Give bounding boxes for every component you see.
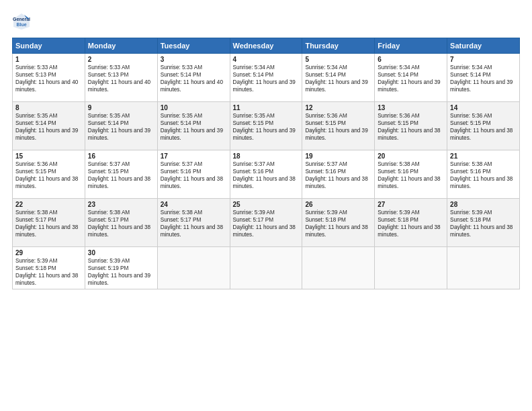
week-row-3: 15 Sunrise: 5:36 AMSunset: 5:15 PMDaylig… [13,150,520,199]
day-number: 19 [305,152,371,160]
day-number: 6 [378,56,444,63]
calendar-cell: 28 Sunrise: 5:39 AMSunset: 5:18 PMDaylig… [447,199,520,247]
day-number: 12 [305,104,371,111]
cell-info: Sunrise: 5:38 AMSunset: 5:17 PMDaylight:… [15,210,78,238]
day-number: 30 [88,249,154,257]
weekday-header-saturday: Saturday [447,38,520,54]
cell-info: Sunrise: 5:39 AMSunset: 5:19 PMDaylight:… [88,258,150,286]
day-number: 16 [88,152,154,160]
calendar-cell [157,247,230,289]
cell-info: Sunrise: 5:37 AMSunset: 5:16 PMDaylight:… [233,161,296,189]
calendar-cell: 18 Sunrise: 5:37 AMSunset: 5:16 PMDaylig… [230,150,302,199]
cell-info: Sunrise: 5:34 AMSunset: 5:14 PMDaylight:… [450,64,513,93]
cell-info: Sunrise: 5:34 AMSunset: 5:14 PMDaylight:… [233,64,296,93]
calendar-cell: 12 Sunrise: 5:36 AMSunset: 5:15 PMDaylig… [302,102,375,150]
weekday-header-sunday: Sunday [13,38,85,54]
calendar-cell: 27 Sunrise: 5:39 AMSunset: 5:18 PMDaylig… [375,199,447,247]
day-number: 21 [450,152,517,160]
calendar-cell: 23 Sunrise: 5:38 AMSunset: 5:17 PMDaylig… [85,199,157,247]
cell-info: Sunrise: 5:35 AMSunset: 5:15 PMDaylight:… [233,113,296,141]
day-number: 18 [233,152,300,160]
calendar-cell: 5 Sunrise: 5:34 AMSunset: 5:14 PMDayligh… [302,54,375,102]
header: General Blue [12,12,520,31]
day-number: 3 [161,56,227,63]
cell-info: Sunrise: 5:36 AMSunset: 5:15 PMDaylight:… [305,113,367,141]
day-number: 22 [15,201,82,208]
logo-icon: General Blue [12,12,31,31]
weekday-header-friday: Friday [375,38,447,54]
calendar-cell: 9 Sunrise: 5:35 AMSunset: 5:14 PMDayligh… [85,102,157,150]
day-number: 28 [450,201,517,208]
page: General Blue SundayMondayTuesdayWednesda… [0,0,532,411]
cell-info: Sunrise: 5:37 AMSunset: 5:16 PMDaylight:… [161,161,223,189]
weekday-header-thursday: Thursday [302,38,375,54]
calendar-cell: 6 Sunrise: 5:34 AMSunset: 5:14 PMDayligh… [375,54,447,102]
cell-info: Sunrise: 5:38 AMSunset: 5:16 PMDaylight:… [450,161,513,189]
day-number: 15 [15,152,82,160]
day-number: 9 [88,104,154,111]
calendar-cell: 13 Sunrise: 5:36 AMSunset: 5:15 PMDaylig… [375,102,447,150]
week-row-5: 29 Sunrise: 5:39 AMSunset: 5:18 PMDaylig… [13,247,520,289]
cell-info: Sunrise: 5:38 AMSunset: 5:16 PMDaylight:… [378,161,440,189]
week-row-4: 22 Sunrise: 5:38 AMSunset: 5:17 PMDaylig… [13,199,520,247]
calendar-cell: 17 Sunrise: 5:37 AMSunset: 5:16 PMDaylig… [157,150,230,199]
calendar-cell [375,247,447,289]
cell-info: Sunrise: 5:35 AMSunset: 5:14 PMDaylight:… [161,113,223,141]
day-number: 7 [450,56,517,63]
weekday-header-monday: Monday [85,38,157,54]
day-number: 8 [15,104,82,111]
week-row-1: 1 Sunrise: 5:33 AMSunset: 5:13 PMDayligh… [13,54,520,102]
calendar-table: SundayMondayTuesdayWednesdayThursdayFrid… [12,38,520,289]
calendar-cell: 11 Sunrise: 5:35 AMSunset: 5:15 PMDaylig… [230,102,302,150]
calendar-cell: 21 Sunrise: 5:38 AMSunset: 5:16 PMDaylig… [447,150,520,199]
day-number: 17 [161,152,227,160]
calendar-cell: 1 Sunrise: 5:33 AMSunset: 5:13 PMDayligh… [13,54,85,102]
cell-info: Sunrise: 5:36 AMSunset: 5:15 PMDaylight:… [15,161,78,189]
calendar-cell: 29 Sunrise: 5:39 AMSunset: 5:18 PMDaylig… [13,247,85,289]
calendar-cell: 7 Sunrise: 5:34 AMSunset: 5:14 PMDayligh… [447,54,520,102]
calendar-cell: 4 Sunrise: 5:34 AMSunset: 5:14 PMDayligh… [230,54,302,102]
cell-info: Sunrise: 5:39 AMSunset: 5:18 PMDaylight:… [378,210,440,238]
day-number: 11 [233,104,300,111]
calendar-cell: 25 Sunrise: 5:39 AMSunset: 5:17 PMDaylig… [230,199,302,247]
weekday-header-row: SundayMondayTuesdayWednesdayThursdayFrid… [13,38,520,54]
calendar-cell: 3 Sunrise: 5:33 AMSunset: 5:14 PMDayligh… [157,54,230,102]
day-number: 13 [378,104,444,111]
day-number: 2 [88,56,154,63]
day-number: 24 [161,201,227,208]
calendar-cell [447,247,520,289]
calendar-cell: 2 Sunrise: 5:33 AMSunset: 5:13 PMDayligh… [85,54,157,102]
cell-info: Sunrise: 5:35 AMSunset: 5:14 PMDaylight:… [88,113,150,141]
cell-info: Sunrise: 5:33 AMSunset: 5:13 PMDaylight:… [15,64,78,93]
week-row-2: 8 Sunrise: 5:35 AMSunset: 5:14 PMDayligh… [13,102,520,150]
calendar-cell: 19 Sunrise: 5:37 AMSunset: 5:16 PMDaylig… [302,150,375,199]
calendar-cell: 20 Sunrise: 5:38 AMSunset: 5:16 PMDaylig… [375,150,447,199]
cell-info: Sunrise: 5:37 AMSunset: 5:16 PMDaylight:… [305,161,367,189]
calendar-cell: 16 Sunrise: 5:37 AMSunset: 5:15 PMDaylig… [85,150,157,199]
calendar-cell [302,247,375,289]
cell-info: Sunrise: 5:38 AMSunset: 5:17 PMDaylight:… [161,210,223,238]
day-number: 27 [378,201,444,208]
cell-info: Sunrise: 5:39 AMSunset: 5:17 PMDaylight:… [233,210,296,238]
calendar-cell: 14 Sunrise: 5:36 AMSunset: 5:15 PMDaylig… [447,102,520,150]
calendar-cell: 22 Sunrise: 5:38 AMSunset: 5:17 PMDaylig… [13,199,85,247]
day-number: 29 [15,249,82,257]
calendar-cell: 26 Sunrise: 5:39 AMSunset: 5:18 PMDaylig… [302,199,375,247]
calendar-cell: 10 Sunrise: 5:35 AMSunset: 5:14 PMDaylig… [157,102,230,150]
cell-info: Sunrise: 5:38 AMSunset: 5:17 PMDaylight:… [88,210,150,238]
cell-info: Sunrise: 5:37 AMSunset: 5:15 PMDaylight:… [88,161,150,189]
weekday-header-wednesday: Wednesday [230,38,302,54]
day-number: 1 [15,56,82,63]
svg-text:Blue: Blue [16,22,26,27]
cell-info: Sunrise: 5:39 AMSunset: 5:18 PMDaylight:… [450,210,513,238]
calendar-cell: 8 Sunrise: 5:35 AMSunset: 5:14 PMDayligh… [13,102,85,150]
cell-info: Sunrise: 5:33 AMSunset: 5:13 PMDaylight:… [88,64,150,93]
day-number: 20 [378,152,444,160]
calendar-cell: 15 Sunrise: 5:36 AMSunset: 5:15 PMDaylig… [13,150,85,199]
day-number: 14 [450,104,517,111]
cell-info: Sunrise: 5:36 AMSunset: 5:15 PMDaylight:… [450,113,513,141]
calendar-cell: 24 Sunrise: 5:38 AMSunset: 5:17 PMDaylig… [157,199,230,247]
day-number: 4 [233,56,300,63]
cell-info: Sunrise: 5:34 AMSunset: 5:14 PMDaylight:… [305,64,367,93]
day-number: 10 [161,104,227,111]
